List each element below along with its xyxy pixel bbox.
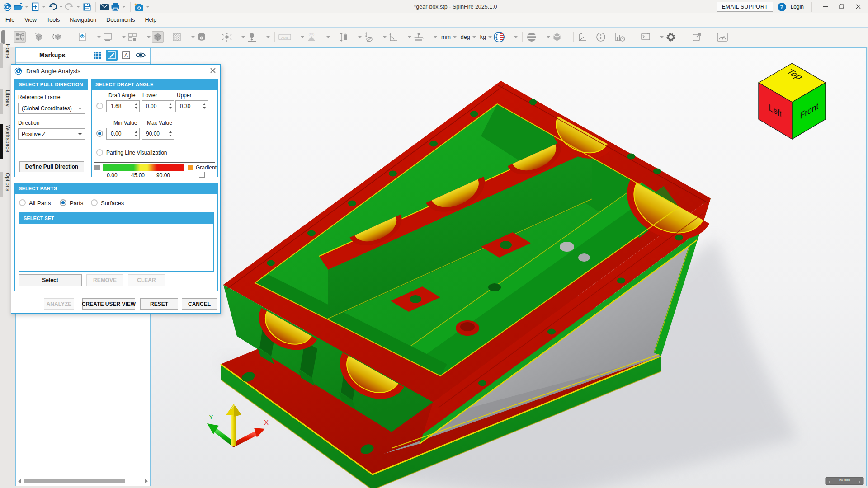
settings-icon[interactable]	[665, 31, 677, 43]
redo-dropdown[interactable]	[76, 6, 80, 8]
select-set-list[interactable]	[19, 224, 213, 271]
share-icon[interactable]	[691, 32, 702, 42]
statistics-icon[interactable]	[614, 32, 626, 42]
selection-tree-icon[interactable]	[14, 31, 26, 43]
script-console-icon[interactable]	[640, 32, 651, 42]
remove-button[interactable]: REMOVE	[86, 274, 123, 286]
snapshot-dropdown[interactable]	[146, 6, 150, 8]
new-document-icon[interactable]	[30, 1, 41, 12]
snapshot-icon[interactable]	[134, 1, 145, 12]
gradient-checkbox[interactable]	[199, 172, 205, 178]
language-dropdown[interactable]	[514, 36, 518, 38]
dialog-close-icon[interactable]	[210, 67, 216, 75]
define-pull-direction-button[interactable]: Define Pull Direction	[19, 161, 84, 172]
info-icon[interactable]	[595, 32, 606, 42]
align-floor-icon[interactable]	[246, 32, 257, 42]
upper-input[interactable]: 0.30	[175, 100, 208, 112]
menu-documents[interactable]: Documents	[101, 17, 140, 23]
print-dropdown[interactable]	[122, 6, 126, 8]
reference-frame-select[interactable]: (Global Coordinates)	[18, 103, 85, 114]
units-angle-dropdown[interactable]: deg	[461, 34, 470, 40]
axes-icon[interactable]	[577, 32, 588, 42]
measure-angle-icon[interactable]	[388, 32, 399, 42]
measure-datum-icon[interactable]	[413, 32, 425, 42]
help-icon[interactable]: ?	[778, 3, 786, 11]
explode-dropdown[interactable]	[241, 36, 245, 38]
clear-button[interactable]: CLEAR	[128, 274, 165, 286]
dialog-titlebar[interactable]: Draft Angle Analysis	[11, 65, 220, 77]
menu-navigation[interactable]: Navigation	[65, 17, 101, 23]
redo-icon[interactable]	[64, 1, 75, 12]
cross-section-icon[interactable]	[171, 32, 182, 42]
measure-angle-dropdown[interactable]	[408, 36, 411, 38]
measure-height-icon[interactable]	[338, 32, 349, 42]
save-icon[interactable]	[81, 1, 92, 12]
units-mass-dropdown[interactable]: kg	[480, 34, 486, 40]
new-document-dropdown[interactable]	[42, 6, 46, 8]
markup-grid-icon[interactable]	[91, 50, 103, 61]
reset-button[interactable]: RESET	[140, 298, 178, 310]
layout-single-icon[interactable]	[102, 32, 113, 42]
markup-draw-icon[interactable]	[106, 50, 118, 61]
scroll-right-icon[interactable]	[145, 479, 148, 483]
layout-grid-dropdown[interactable]	[147, 36, 151, 38]
lower-input[interactable]: 0.00	[142, 100, 174, 112]
create-user-view-button[interactable]: CREATE USER VIEW	[82, 298, 135, 310]
panel-hscrollbar[interactable]	[17, 477, 149, 485]
draft-angle-radio[interactable]	[96, 103, 103, 109]
email-icon[interactable]	[99, 1, 110, 12]
performance-icon[interactable]	[717, 32, 728, 42]
login-button[interactable]: Login	[791, 4, 804, 10]
min-max-radio[interactable]	[96, 130, 103, 137]
viewport-3d[interactable]: Top Left Front Y X Z	[151, 47, 867, 486]
markup-text-icon[interactable]: A	[120, 50, 132, 61]
explode-icon[interactable]	[222, 32, 232, 42]
language-icon[interactable]	[493, 31, 505, 43]
surfaces-radio[interactable]	[91, 199, 98, 206]
caret-down-icon[interactable]	[472, 36, 476, 38]
analyze-button[interactable]: ANALYZE	[44, 298, 74, 310]
minimize-button[interactable]	[820, 4, 831, 10]
menu-view[interactable]: View	[19, 17, 42, 23]
undo-dropdown[interactable]	[59, 6, 63, 8]
max-value-input[interactable]: 90.00	[142, 128, 174, 140]
measure-diameter-dropdown[interactable]	[383, 36, 387, 38]
menu-help[interactable]: Help	[140, 17, 162, 23]
direction-select[interactable]: Positive Z	[18, 128, 85, 140]
close-button[interactable]	[852, 4, 864, 10]
menu-tools[interactable]: Tools	[42, 17, 65, 23]
layout-single-dropdown[interactable]	[122, 36, 126, 38]
print-icon[interactable]	[110, 1, 121, 12]
measure-datum-dropdown[interactable]	[434, 36, 437, 38]
all-parts-radio[interactable]	[19, 199, 26, 206]
material-icon[interactable]	[196, 32, 207, 42]
parts-radio[interactable]	[60, 199, 66, 206]
markup-visibility-icon[interactable]	[135, 50, 146, 61]
markup-icon[interactable]	[77, 32, 88, 42]
view-orient-icon[interactable]	[33, 32, 44, 42]
auto-view-dropdown[interactable]	[301, 36, 304, 38]
measure-height-dropdown[interactable]	[358, 36, 362, 38]
model-canvas[interactable]: Top Left Front Y X Z	[151, 48, 868, 488]
caret-down-icon[interactable]	[453, 36, 457, 38]
layout-grid-icon[interactable]	[127, 32, 138, 42]
markup-dropdown[interactable]	[97, 36, 101, 38]
faces-icon[interactable]	[552, 32, 562, 42]
units-length-dropdown[interactable]: mm	[441, 34, 451, 40]
rotate-view-icon[interactable]	[52, 32, 63, 42]
measure-diameter-icon[interactable]	[363, 32, 374, 42]
script-console-dropdown[interactable]	[660, 36, 664, 38]
hscrollbar-thumb[interactable]	[24, 479, 125, 483]
perspective-dropdown[interactable]	[326, 36, 330, 38]
undo-icon[interactable]	[47, 1, 58, 12]
open-file-icon[interactable]	[13, 1, 24, 12]
shading-icon[interactable]	[526, 31, 538, 43]
scroll-left-icon[interactable]	[18, 479, 21, 483]
shading-dropdown[interactable]	[547, 36, 550, 38]
restore-button[interactable]	[836, 4, 848, 10]
parting-line-radio[interactable]	[96, 149, 103, 156]
email-support-button[interactable]: EMAIL SUPPORT	[717, 2, 773, 12]
toolbar-grip[interactable]	[1, 30, 5, 44]
cancel-button[interactable]: CANCEL	[182, 298, 217, 310]
cross-section-dropdown[interactable]	[191, 36, 195, 38]
